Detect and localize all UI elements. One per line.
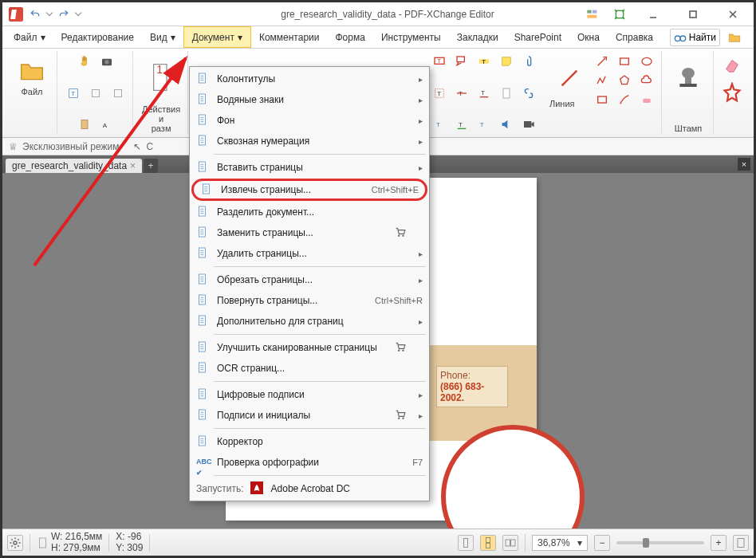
menu-form[interactable]: Форма bbox=[327, 26, 372, 48]
callout-tool[interactable] bbox=[452, 53, 471, 70]
text-tool[interactable]: T bbox=[430, 84, 449, 102]
clipboard-button[interactable] bbox=[75, 116, 94, 133]
undo-button[interactable] bbox=[26, 6, 44, 23]
pencil-tool[interactable] bbox=[615, 91, 634, 108]
textbox-tool[interactable]: T bbox=[430, 53, 449, 70]
menu-help[interactable]: Справка bbox=[608, 26, 661, 48]
ui-options-icon[interactable] bbox=[581, 6, 604, 22]
link-tool[interactable] bbox=[519, 84, 538, 102]
menu-item-19[interactable]: Подписи и инициалы▸ bbox=[190, 405, 429, 426]
menu-item-2[interactable]: Фон▸ bbox=[190, 110, 429, 131]
zoom-in-button[interactable]: + bbox=[711, 535, 726, 551]
close-button[interactable] bbox=[715, 5, 750, 24]
snapshot-tool-button[interactable] bbox=[97, 53, 116, 70]
options-gear-button[interactable] bbox=[7, 535, 23, 551]
layout-continuous-button[interactable] bbox=[480, 535, 496, 551]
star-shape-button[interactable] bbox=[720, 81, 744, 105]
find-button[interactable]: Найти bbox=[670, 29, 720, 46]
strikethrough-tool[interactable]: T bbox=[452, 84, 471, 102]
sticky-note-tool[interactable] bbox=[497, 53, 516, 70]
undo-dropdown-caret[interactable] bbox=[46, 10, 53, 16]
file-big-button[interactable]: Файл bbox=[12, 53, 52, 102]
menu-item-3[interactable]: Сквозная нумерация▸ bbox=[190, 131, 429, 151]
edit-tool-button[interactable] bbox=[86, 84, 105, 102]
redo-button[interactable] bbox=[55, 6, 73, 23]
menu-item-21[interactable]: Корректор bbox=[190, 431, 429, 452]
menu-item-6[interactable]: Извлечь страницы...Ctrl+Shift+E bbox=[191, 179, 427, 201]
format-button[interactable]: A bbox=[97, 116, 116, 133]
menu-document[interactable]: Документ▾ bbox=[183, 26, 251, 48]
rect-tool[interactable] bbox=[615, 53, 634, 70]
status-width: W: 216,5мм bbox=[51, 532, 102, 542]
svg-rect-5 bbox=[690, 11, 696, 18]
underline-tool[interactable]: T bbox=[474, 84, 494, 102]
menu-item-16[interactable]: OCR страниц... bbox=[190, 358, 429, 379]
eraser-button[interactable] bbox=[720, 53, 744, 77]
fit-page-button[interactable] bbox=[733, 535, 749, 551]
new-tab-button[interactable]: + bbox=[144, 159, 158, 173]
tab-close-icon[interactable]: × bbox=[130, 160, 136, 171]
fullscreen-icon[interactable] bbox=[608, 6, 631, 22]
rect-fill-tool[interactable] bbox=[593, 91, 612, 108]
find-label: Найти bbox=[689, 32, 716, 43]
polyline-tool[interactable] bbox=[593, 72, 612, 89]
menu-item-22[interactable]: ABC✔Проверка орфографииF7 bbox=[190, 452, 429, 473]
insert-text-tool[interactable]: T bbox=[452, 116, 471, 133]
arrow-tool[interactable] bbox=[593, 53, 612, 70]
menu-item-0[interactable]: Колонтитулы▸ bbox=[190, 69, 429, 89]
document-tab[interactable]: gre_research_validity_data × bbox=[6, 159, 142, 173]
zoom-slider[interactable] bbox=[616, 541, 704, 544]
tabstrip-close-button[interactable]: × bbox=[738, 158, 750, 171]
line-big-button[interactable] bbox=[549, 59, 589, 97]
menu-item-11[interactable]: Обрезать страницы...▸ bbox=[190, 269, 429, 290]
menu-tools[interactable]: Инструменты bbox=[373, 26, 449, 48]
menu-item-24[interactable]: Запустить: Adobe Acrobat DC bbox=[190, 478, 429, 499]
select-text-button[interactable]: T bbox=[64, 84, 83, 102]
menu-item-12[interactable]: Повернуть страницы...Ctrl+Shift+R bbox=[190, 290, 429, 311]
attachment-tool[interactable] bbox=[519, 53, 538, 70]
polygon-tool[interactable] bbox=[615, 72, 634, 89]
layout-single-button[interactable] bbox=[458, 535, 474, 551]
zoom-out-button[interactable]: − bbox=[594, 535, 610, 551]
sound-tool[interactable] bbox=[497, 116, 516, 133]
highlight-tool[interactable]: T bbox=[474, 53, 494, 70]
cloud-tool[interactable] bbox=[637, 72, 656, 89]
svg-text:T: T bbox=[71, 90, 75, 97]
menu-item-18[interactable]: Цифровые подписи▸ bbox=[190, 384, 429, 405]
open-folder-button[interactable] bbox=[723, 29, 746, 45]
layout-facing-button[interactable] bbox=[502, 535, 518, 551]
redo-dropdown-caret[interactable] bbox=[75, 10, 81, 16]
menu-item-label: Заменить страницы... bbox=[217, 227, 423, 238]
page-contact-line1: Phone: bbox=[440, 370, 504, 381]
eraser-small-tool[interactable] bbox=[637, 91, 656, 108]
typewriter-tool[interactable]: T bbox=[430, 116, 449, 133]
menu-windows[interactable]: Окна bbox=[569, 26, 608, 48]
menu-item-9[interactable]: Удалить страницы...▸ bbox=[190, 243, 429, 264]
menu-file-label: Файл bbox=[14, 32, 37, 43]
menu-item-1[interactable]: Водяные знаки▸ bbox=[190, 89, 429, 110]
zoom-value-field[interactable]: 36,87% ▾ bbox=[532, 535, 588, 551]
hand-tool-button[interactable] bbox=[75, 53, 94, 70]
menu-bookmarks[interactable]: Закладки bbox=[449, 26, 506, 48]
menu-view[interactable]: Вид▾ bbox=[142, 26, 183, 48]
stamp-button[interactable] bbox=[668, 53, 708, 102]
menu-file[interactable]: Файл▾ bbox=[6, 26, 53, 48]
menu-item-5[interactable]: Вставить страницы▸ bbox=[190, 157, 429, 178]
revisions-big-button[interactable]: 1 bbox=[141, 53, 181, 102]
menu-sharepoint[interactable]: SharePoint bbox=[506, 26, 569, 48]
menu-item-8[interactable]: Заменить страницы... bbox=[190, 222, 429, 243]
menu-item-13[interactable]: Дополнительно для страниц▸ bbox=[190, 311, 429, 332]
edit-tool-button-2[interactable] bbox=[108, 84, 128, 102]
menu-edit[interactable]: Редактирование bbox=[53, 26, 142, 48]
file-attach-tool[interactable] bbox=[497, 84, 516, 102]
minimize-button[interactable] bbox=[636, 5, 671, 24]
page-icon bbox=[196, 273, 211, 287]
oval-tool[interactable] bbox=[637, 53, 656, 70]
replace-text-tool[interactable]: T bbox=[474, 116, 494, 133]
maximize-button[interactable] bbox=[675, 5, 711, 24]
menu-item-15[interactable]: Улучшить сканированные страницы bbox=[190, 337, 429, 358]
menu-document-label: Документ bbox=[192, 32, 234, 43]
video-tool[interactable] bbox=[519, 116, 538, 133]
menu-item-7[interactable]: Разделить документ... bbox=[190, 202, 429, 222]
menu-comments[interactable]: Комментарии bbox=[251, 26, 328, 48]
